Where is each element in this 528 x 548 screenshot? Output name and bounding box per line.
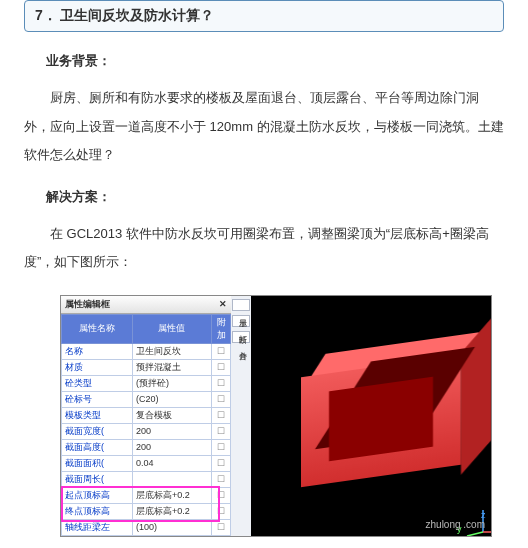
property-addon-checkbox[interactable]: ☐: [212, 439, 231, 455]
property-value[interactable]: 200: [132, 439, 211, 455]
property-addon-checkbox[interactable]: ☐: [212, 503, 231, 519]
property-value[interactable]: 预拌混凝土: [132, 359, 211, 375]
paragraph-business: 厨房、厕所和有防水要求的楼板及屋面退台、顶层露台、平台等周边除门洞外，应向上设置…: [24, 84, 504, 170]
property-value[interactable]: [132, 535, 211, 537]
property-value[interactable]: 层底标高+0.2: [132, 487, 211, 503]
property-row[interactable]: 截面周长(☐: [62, 471, 231, 487]
model-box: [301, 315, 461, 497]
property-value[interactable]: [132, 471, 211, 487]
property-row[interactable]: 起点顶标高层底标高+0.2☐: [62, 487, 231, 503]
property-row[interactable]: 终点顶标高层底标高+0.2☐: [62, 503, 231, 519]
vertical-toolbar: 显示 打断 合并: [231, 296, 252, 537]
property-addon-checkbox[interactable]: ☐: [212, 343, 231, 359]
property-addon-checkbox[interactable]: ☐: [212, 391, 231, 407]
property-name: 截面宽度(: [62, 423, 133, 439]
property-addon-checkbox[interactable]: ☐: [212, 375, 231, 391]
property-name: 材质: [62, 359, 133, 375]
watermark: zhulong .com: [426, 519, 485, 530]
property-value[interactable]: (预拌砼): [132, 375, 211, 391]
property-row[interactable]: 轴线距梁左(100)☐: [62, 519, 231, 535]
paragraph-solution: 在 GCL2013 软件中防水反坎可用圈梁布置，调整圈梁顶为“层底标高+圈梁高度…: [24, 220, 504, 277]
property-addon-checkbox[interactable]: ☐: [212, 407, 231, 423]
viewport-3d[interactable]: z x y zhulong .com: [251, 296, 491, 536]
section-heading: 7． 卫生间反坎及防水计算？: [24, 0, 504, 32]
property-name: 名称: [62, 343, 133, 359]
property-row[interactable]: 名称卫生间反坎☐: [62, 343, 231, 359]
property-row[interactable]: 模板类型复合模板☐: [62, 407, 231, 423]
property-value[interactable]: 0.04: [132, 455, 211, 471]
property-table-header: 属性值: [132, 314, 211, 343]
heading-number: 7．: [35, 7, 57, 23]
property-name: 截面高度(: [62, 439, 133, 455]
property-row[interactable]: 砖胎膜厚度☐: [62, 535, 231, 537]
property-name: 砼类型: [62, 375, 133, 391]
property-addon-checkbox[interactable]: ☐: [212, 535, 231, 537]
toolbar-button[interactable]: [232, 299, 250, 311]
property-name: 轴线距梁左: [62, 519, 133, 535]
property-row[interactable]: 截面高度(200☐: [62, 439, 231, 455]
property-table-header: 附加: [212, 314, 231, 343]
property-panel-title: 属性编辑框: [65, 298, 110, 311]
property-row[interactable]: 截面面积(0.04☐: [62, 455, 231, 471]
property-panel-title-bar: 属性编辑框 ✕: [61, 296, 231, 314]
property-addon-checkbox[interactable]: ☐: [212, 487, 231, 503]
property-row[interactable]: 砼标号(C20)☐: [62, 391, 231, 407]
toolbar-button[interactable]: [232, 315, 250, 327]
property-name: 终点顶标高: [62, 503, 133, 519]
property-value[interactable]: (100): [132, 519, 211, 535]
property-addon-checkbox[interactable]: ☐: [212, 519, 231, 535]
label-business: 业务背景：: [46, 52, 504, 70]
property-value[interactable]: 200: [132, 423, 211, 439]
property-addon-checkbox[interactable]: ☐: [212, 471, 231, 487]
property-row[interactable]: 砼类型(预拌砼)☐: [62, 375, 231, 391]
label-solution: 解决方案：: [46, 188, 504, 206]
property-addon-checkbox[interactable]: ☐: [212, 359, 231, 375]
property-value[interactable]: 层底标高+0.2: [132, 503, 211, 519]
property-value[interactable]: 复合模板: [132, 407, 211, 423]
property-addon-checkbox[interactable]: ☐: [212, 455, 231, 471]
property-name: 起点顶标高: [62, 487, 133, 503]
property-row[interactable]: 材质预拌混凝土☐: [62, 359, 231, 375]
property-value[interactable]: 卫生间反坎: [132, 343, 211, 359]
property-name: 砖胎膜厚度: [62, 535, 133, 537]
property-table: 属性名称属性值附加 名称卫生间反坎☐材质预拌混凝土☐砼类型(预拌砼)☐砼标号(C…: [61, 314, 231, 537]
property-value[interactable]: (C20): [132, 391, 211, 407]
close-icon[interactable]: ✕: [219, 299, 227, 309]
svg-line-2: [467, 532, 483, 536]
property-name: 截面面积(: [62, 455, 133, 471]
property-addon-checkbox[interactable]: ☐: [212, 423, 231, 439]
property-name: 模板类型: [62, 407, 133, 423]
property-name: 截面周长(: [62, 471, 133, 487]
property-name: 砼标号: [62, 391, 133, 407]
property-table-header: 属性名称: [62, 314, 133, 343]
toolbar-button[interactable]: [232, 331, 250, 343]
property-row[interactable]: 截面宽度(200☐: [62, 423, 231, 439]
heading-text: 卫生间反坎及防水计算？: [60, 7, 214, 23]
property-panel: 属性编辑框 ✕ 属性名称属性值附加 名称卫生间反坎☐材质预拌混凝土☐砼类型(预拌…: [61, 296, 232, 536]
screenshot-figure: 属性编辑框 ✕ 属性名称属性值附加 名称卫生间反坎☐材质预拌混凝土☐砼类型(预拌…: [60, 295, 492, 537]
